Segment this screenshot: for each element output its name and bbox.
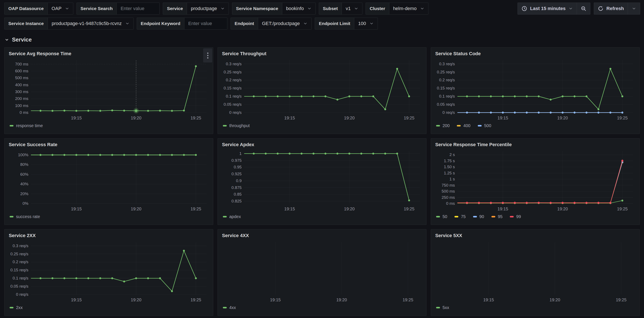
legend-label: 99 — [516, 214, 521, 219]
panel-title: Service Throughput — [221, 49, 423, 58]
endpoint-select[interactable]: GET:/productpage — [258, 18, 311, 29]
kebab-menu-icon — [207, 52, 209, 59]
chevron-down-icon — [568, 7, 573, 11]
chart-canvas[interactable]: 19:1519:2019:25 — [221, 240, 423, 304]
panel-service-response-time-percentile: Service Response Time Percentile19:1519:… — [431, 138, 640, 225]
legend-item-apdex[interactable]: apdex — [223, 214, 241, 219]
legend: throughput — [221, 122, 423, 128]
svg-text:0.825: 0.825 — [232, 199, 242, 203]
legend-item-95[interactable]: 95 — [492, 214, 502, 219]
legend-item-50[interactable]: 50 — [436, 214, 447, 219]
legend-item-throughput[interactable]: throughput — [223, 123, 250, 128]
legend-item-5xx[interactable]: 5xx — [436, 305, 449, 310]
selected-value: bookinfo — [286, 6, 304, 11]
svg-text:0.9: 0.9 — [236, 179, 242, 183]
chevron-down-icon — [307, 7, 312, 11]
chart-canvas[interactable]: 19:1519:2019:2510.9750.950.9250.90.8750.… — [221, 149, 423, 213]
selected-value: 100 — [358, 21, 366, 26]
svg-text:19:15: 19:15 — [284, 207, 295, 211]
service-namespace-select[interactable]: bookinfo — [282, 3, 316, 14]
svg-text:600 ms: 600 ms — [15, 69, 28, 73]
panel-title: Service Avg Response Time — [8, 49, 210, 58]
svg-text:0 req/s: 0 req/s — [229, 110, 242, 115]
svg-text:0.15 req/s: 0.15 req/s — [224, 86, 242, 90]
chart-canvas[interactable]: 19:1519:2019:252 s1.75 s1.50 s1.25 s1 s7… — [434, 149, 636, 213]
legend-item-75[interactable]: 75 — [454, 214, 466, 219]
svg-text:1: 1 — [239, 151, 242, 156]
svg-text:0 req/s: 0 req/s — [442, 110, 455, 115]
subset-select[interactable]: v1 — [342, 3, 362, 14]
svg-text:0.05 req/s: 0.05 req/s — [437, 102, 455, 107]
panel-title: Service Response Time Percentile — [434, 140, 636, 149]
variable-label: Endpoint Limit — [315, 18, 354, 29]
legend-label: 5xx — [442, 305, 449, 310]
variable-label: OAP Datasource — [4, 3, 48, 14]
chart-canvas[interactable]: 19:1519:2019:250.3 req/s0.25 req/s0.2 re… — [221, 58, 423, 122]
svg-text:0.05 req/s: 0.05 req/s — [224, 102, 242, 107]
service-instance-select[interactable]: productpage-v1-9487c9c5b-rcvnz — [48, 18, 133, 29]
chevron-down-icon — [354, 7, 358, 11]
variable-label: Service Namespace — [232, 3, 282, 14]
panel-service-apdex: Service Apdex19:1519:2019:2510.9750.950.… — [218, 138, 426, 225]
chevron-down-icon — [220, 7, 225, 11]
legend: apdex — [221, 213, 423, 219]
legend-item-2xx[interactable]: 2xx — [10, 305, 23, 310]
chart-canvas[interactable]: 19:1519:2019:250.3 req/s0.25 req/s0.2 re… — [8, 240, 210, 304]
time-range-button[interactable]: Last 15 minutes — [518, 3, 577, 14]
legend-item-400[interactable]: 400 — [457, 123, 470, 128]
time-picker-group: Last 15 minutes — [518, 3, 590, 15]
chart-canvas[interactable]: 19:1519:2019:250.3 req/s0.25 req/s0.2 re… — [434, 58, 636, 122]
svg-text:19:20: 19:20 — [131, 207, 142, 211]
selected-value: helm-demo — [393, 6, 417, 11]
chart-canvas[interactable]: 19:1519:2019:25100%80%60%40%20%0% — [8, 149, 210, 213]
panel-menu-button[interactable] — [203, 48, 212, 63]
cluster-select[interactable]: helm-demo — [389, 3, 428, 14]
svg-text:0.925: 0.925 — [232, 172, 242, 176]
service-select[interactable]: productpage — [187, 3, 228, 14]
filter-toolbar-row2: Service Instance productpage-v1-9487c9c5… — [0, 15, 644, 30]
legend: 5xx — [434, 304, 636, 310]
legend-swatch — [223, 307, 227, 308]
svg-text:0.875: 0.875 — [232, 185, 242, 190]
panel-service-avg-response-time: Service Avg Response Time19:1519:2019:25… — [4, 47, 213, 134]
variable-cluster: Cluster helm-demo — [366, 3, 428, 15]
svg-text:1.50 s: 1.50 s — [444, 165, 455, 169]
service-search-input[interactable] — [117, 3, 160, 14]
legend-item-4xx[interactable]: 4xx — [223, 305, 236, 310]
legend-label: 400 — [463, 123, 470, 128]
legend-item-response-time[interactable]: response time — [10, 123, 43, 128]
oap-datasource-select[interactable]: OAP — [48, 3, 73, 14]
endpoint-limit-select[interactable]: 100 — [354, 18, 378, 29]
legend-swatch — [436, 125, 440, 126]
svg-text:0 req/s: 0 req/s — [16, 292, 28, 297]
svg-text:0 ms: 0 ms — [20, 110, 28, 115]
chart-canvas[interactable]: 19:1519:2019:25700 ms600 ms500 ms400 ms3… — [8, 58, 210, 122]
legend-label: 500 — [484, 123, 491, 128]
svg-text:400 ms: 400 ms — [15, 83, 28, 87]
refresh-button[interactable]: Refresh — [594, 3, 628, 14]
section-header-service[interactable]: Service — [0, 30, 644, 44]
legend-swatch — [510, 216, 514, 217]
legend-label: apdex — [229, 214, 241, 219]
endpoint-keyword-input[interactable] — [184, 18, 227, 29]
refresh-interval-button[interactable] — [628, 3, 640, 14]
legend-label: 95 — [498, 214, 502, 219]
legend: 4xx — [221, 304, 423, 310]
legend-label: 4xx — [229, 305, 236, 310]
legend-item-500[interactable]: 500 — [478, 123, 491, 128]
legend-label: 50 — [442, 214, 447, 219]
zoom-out-button[interactable] — [577, 3, 590, 14]
legend-item-99[interactable]: 99 — [510, 214, 521, 219]
legend-item-90[interactable]: 90 — [473, 214, 484, 219]
legend-label: throughput — [229, 123, 250, 128]
svg-text:1.25 s: 1.25 s — [444, 171, 455, 175]
svg-text:19:15: 19:15 — [483, 297, 494, 302]
svg-text:100%: 100% — [18, 152, 28, 157]
refresh-label: Refresh — [606, 6, 624, 11]
panel-title: Service 4XX — [221, 231, 423, 240]
chevron-down-icon — [420, 7, 424, 11]
legend-item-success-rate[interactable]: success rate — [10, 214, 40, 219]
chart-canvas[interactable]: 19:1519:2019:25 — [434, 240, 636, 304]
legend-item-200[interactable]: 200 — [436, 123, 450, 128]
svg-text:0.2 req/s: 0.2 req/s — [12, 260, 28, 264]
